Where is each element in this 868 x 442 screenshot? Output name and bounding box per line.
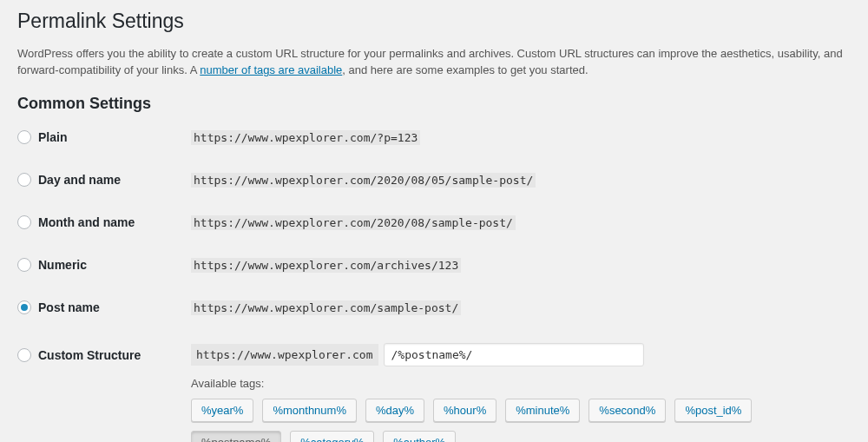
radio-day-name[interactable] (17, 173, 31, 187)
tag-button-post_id[interactable]: %post_id% (674, 399, 752, 422)
label-numeric[interactable]: Numeric (38, 258, 87, 272)
option-row-day-name: Day and name https://www.wpexplorer.com/… (17, 173, 851, 188)
label-custom[interactable]: Custom Structure (38, 348, 141, 362)
url-plain: https://www.wpexplorer.com/?p=123 (191, 130, 420, 145)
tag-button-category[interactable]: %category% (290, 431, 374, 442)
option-row-plain: Plain https://www.wpexplorer.com/?p=123 (17, 130, 851, 145)
available-tags-label: Available tags: (191, 377, 851, 390)
page-title: Permalink Settings (17, 9, 851, 35)
tag-buttons-row: %year%%monthnum%%day%%hour%%minute%%seco… (191, 399, 851, 442)
custom-structure-input[interactable] (384, 343, 644, 366)
permalink-options: Plain https://www.wpexplorer.com/?p=123 … (17, 130, 851, 442)
tags-available-link[interactable]: number of tags are available (200, 63, 342, 76)
label-plain[interactable]: Plain (38, 130, 67, 144)
url-numeric: https://www.wpexplorer.com/archives/123 (191, 258, 461, 273)
tag-button-author[interactable]: %author% (383, 431, 456, 442)
option-row-month-name: Month and name https://www.wpexplorer.co… (17, 215, 851, 230)
tag-button-day[interactable]: %day% (365, 399, 424, 422)
tag-button-minute[interactable]: %minute% (505, 399, 580, 422)
option-row-custom: Custom Structure https://www.wpexplorer.… (17, 343, 851, 442)
url-month-name: https://www.wpexplorer.com/2020/08/sampl… (191, 215, 516, 230)
tag-button-year[interactable]: %year% (191, 399, 253, 422)
tag-button-monthnum[interactable]: %monthnum% (262, 399, 357, 422)
common-settings-heading: Common Settings (17, 95, 851, 113)
intro-text-after: , and here are some examples to get you … (342, 63, 588, 76)
tag-button-hour[interactable]: %hour% (433, 399, 496, 422)
url-post-name: https://www.wpexplorer.com/sample-post/ (191, 300, 461, 315)
intro-paragraph: WordPress offers you the ability to crea… (17, 45, 851, 79)
option-row-post-name: Post name https://www.wpexplorer.com/sam… (17, 300, 851, 315)
radio-plain[interactable] (17, 130, 31, 144)
label-post-name[interactable]: Post name (38, 300, 100, 314)
radio-post-name[interactable] (17, 300, 31, 314)
tag-button-second[interactable]: %second% (589, 399, 666, 422)
label-day-name[interactable]: Day and name (38, 173, 121, 187)
radio-custom[interactable] (17, 348, 31, 362)
radio-month-name[interactable] (17, 215, 31, 229)
radio-numeric[interactable] (17, 258, 31, 272)
url-day-name: https://www.wpexplorer.com/2020/08/05/sa… (191, 173, 536, 188)
tag-button-postname[interactable]: %postname% (191, 431, 281, 442)
custom-prefix-url: https://www.wpexplorer.com (191, 344, 378, 366)
option-row-numeric: Numeric https://www.wpexplorer.com/archi… (17, 258, 851, 273)
label-month-name[interactable]: Month and name (38, 215, 135, 229)
